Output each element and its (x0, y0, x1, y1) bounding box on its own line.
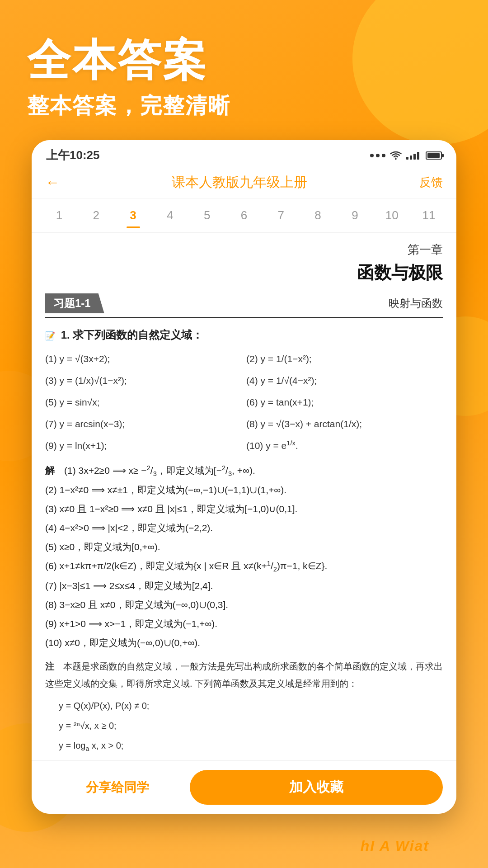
formula-1: y = Q(x)/P(x), P(x) ≠ 0; (59, 696, 443, 716)
signal-dots (370, 154, 385, 157)
back-button[interactable]: ← (45, 174, 60, 191)
solution-line-9: (9) x+1>0 ⟹ x>−1，即定义域为(−1,+∞). (45, 614, 443, 633)
solution-line-7: (7) |x−3|≤1 ⟹ 2≤x≤4，即定义域为[2,4]. (45, 576, 443, 595)
problem-title: 📝 1. 求下列函数的自然定义域： (45, 325, 443, 344)
problem-number: 1. (61, 329, 73, 341)
problem-item-2: (2) y = 1/(1−x²); (246, 350, 443, 368)
chapter-tabs: 1 2 3 4 5 6 7 8 9 10 11 (32, 198, 456, 233)
tab-10[interactable]: 10 (373, 205, 410, 226)
solution-line-3: (3) x≠0 且 1−x²≥0 ⟹ x≠0 且 |x|≤1，即定义域为[−1,… (45, 500, 443, 519)
share-button[interactable]: 分享给同学 (45, 779, 190, 796)
solution-line-1: 解 (1) 3x+2≥0 ⟹ x≥ −2/3，即定义域为[−2/3, +∞). (45, 461, 443, 481)
solution-line-8: (8) 3−x≥0 且 x≠0，即定义域为(−∞,0)∪(0,3]. (45, 595, 443, 614)
exercise-header: 习题1-1 映射与函数 (45, 293, 443, 318)
tab-6[interactable]: 6 (225, 205, 263, 226)
phone-mockup: 上午10:25 (32, 140, 456, 814)
tab-5[interactable]: 5 (188, 205, 225, 226)
solution-line-2: (2) 1−x²≠0 ⟹ x≠±1，即定义域为(−∞,−1)∪(−1,1)∪(1… (45, 481, 443, 500)
chapter-title: 函数与极限 (45, 261, 443, 284)
tab-9[interactable]: 9 (337, 205, 374, 226)
signal-bar-2 (410, 156, 412, 160)
exercise-topic: 映射与函数 (389, 296, 443, 311)
problem-item-9: (9) y = ln(x+1); (45, 437, 242, 455)
hero-section: 全本答案 整本答案，完整清晰 (27, 36, 230, 120)
dot1 (370, 154, 374, 157)
app-header: ← 课本人教版九年级上册 反馈 (32, 167, 456, 198)
wifi-icon (390, 151, 402, 160)
bottom-tagline: hI A Wiat (361, 838, 429, 854)
problem-item-5: (5) y = sin√x; (45, 393, 242, 411)
status-bar: 上午10:25 (32, 140, 456, 167)
tab-3[interactable]: 3 (115, 205, 152, 226)
problem-item-6: (6) y = tan(x+1); (246, 393, 443, 411)
problem-item-1: (1) y = √(3x+2); (45, 350, 242, 368)
feedback-button[interactable]: 反馈 (419, 175, 443, 190)
problem-grid: (1) y = √(3x+2); (2) y = 1/(1−x²); (3) y… (45, 350, 443, 454)
dot2 (376, 154, 380, 157)
signal-bar-4 (417, 152, 419, 160)
formula-3: y = loga x, x > 0; (59, 736, 443, 756)
signal-bar-3 (413, 154, 416, 160)
tab-11[interactable]: 11 (410, 205, 447, 226)
signal-bar-1 (406, 157, 408, 160)
action-bar: 分享给同学 加入收藏 (32, 760, 456, 814)
tab-4[interactable]: 4 (151, 205, 188, 226)
header-title: 课本人教版九年级上册 (172, 173, 307, 192)
signal-icon (406, 151, 419, 160)
problem-item-3: (3) y = (1/x)√(1−x²); (45, 372, 242, 390)
exercise-tag: 习题1-1 (45, 293, 104, 313)
chapter-header: 第一章 (45, 242, 443, 258)
solution-line-5: (5) x≥0，即定义域为[0,+∞). (45, 538, 443, 557)
solution-section: 解 (1) 3x+2≥0 ⟹ x≥ −2/3，即定义域为[−2/3, +∞). … (45, 461, 443, 652)
problem-item-10: (10) y = e1/x. (246, 437, 443, 455)
tab-1[interactable]: 1 (41, 205, 78, 226)
status-time: 上午10:25 (46, 147, 100, 163)
hero-title: 全本答案 (27, 36, 230, 84)
hero-subtitle: 整本答案，完整清晰 (27, 91, 230, 120)
status-icons (370, 151, 442, 160)
tab-7[interactable]: 7 (263, 205, 300, 226)
problem-item-7: (7) y = arcsin(x−3); (45, 415, 242, 433)
solution-line-6: (6) x+1≠kπ+π/2(k∈Z)，即定义域为{x | x∈R 且 x≠(k… (45, 557, 443, 576)
battery-fill (427, 153, 440, 158)
dot3 (382, 154, 385, 157)
collect-button[interactable]: 加入收藏 (190, 770, 443, 805)
note-section: 注 本题是求函数的自然定义域，一般方法是先写出构成所求函数的各个简单函数的定义域… (45, 658, 443, 756)
solution-line-10: (10) x≠0，即定义域为(−∞,0)∪(0,+∞). (45, 633, 443, 652)
content-area[interactable]: 第一章 函数与极限 习题1-1 映射与函数 📝 1. 求下列函数的自然定义域： … (32, 233, 456, 760)
battery-icon (426, 151, 442, 160)
formula-block: y = Q(x)/P(x), P(x) ≠ 0; y = ²ⁿ√x, x ≥ 0… (59, 696, 443, 756)
math-content: 📝 1. 求下列函数的自然定义域： (1) y = √(3x+2); (2) y… (45, 325, 443, 756)
problem-item-8: (8) y = √(3−x) + arctan(1/x); (246, 415, 443, 433)
chapter-number: 第一章 (45, 242, 443, 258)
formula-2: y = ²ⁿ√x, x ≥ 0; (59, 716, 443, 736)
tab-2[interactable]: 2 (78, 205, 115, 226)
solution-line-4: (4) 4−x²>0 ⟹ |x|<2，即定义域为(−2,2). (45, 519, 443, 538)
problem-item-4: (4) y = 1/√(4−x²); (246, 372, 443, 390)
tab-8[interactable]: 8 (300, 205, 337, 226)
